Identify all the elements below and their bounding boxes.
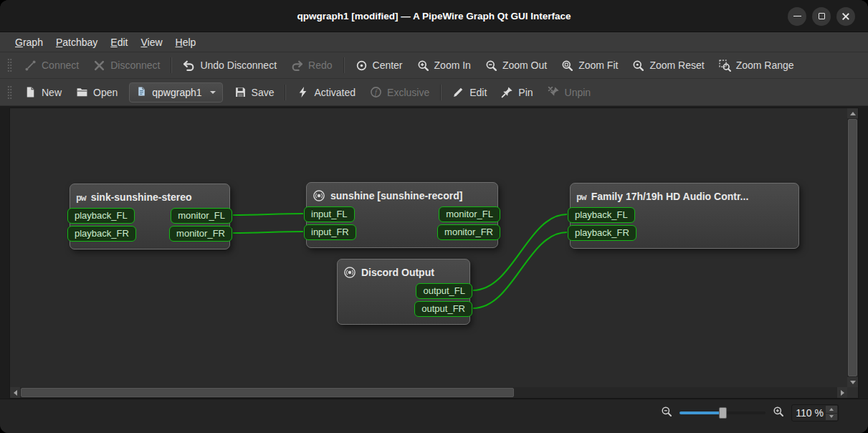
zoom-in-button[interactable]: Zoom In xyxy=(411,56,477,75)
new-file-icon xyxy=(24,86,37,98)
exclusive-button[interactable]: f Exclusive xyxy=(363,82,436,102)
connection-monitor-fr-input-fr[interactable] xyxy=(233,232,303,233)
open-button[interactable]: Open xyxy=(70,82,124,102)
minimize-button[interactable] xyxy=(788,7,806,26)
port-input[interactable]: playback_FR xyxy=(67,226,136,242)
port-input[interactable]: input_FR xyxy=(304,224,356,240)
port-output[interactable]: output_FL xyxy=(416,283,472,299)
zoom-fit-button[interactable]: Zoom Fit xyxy=(555,56,624,75)
connect-button[interactable]: Connect xyxy=(18,56,85,75)
toolbar-drag-handle[interactable] xyxy=(7,85,12,100)
zoom-slider[interactable] xyxy=(679,407,766,419)
undo-disconnect-button[interactable]: Undo Disconnect xyxy=(176,56,283,75)
undo-icon xyxy=(183,60,195,72)
vertical-scrollbar[interactable] xyxy=(847,108,858,387)
zoom-range-label: Zoom Range xyxy=(736,60,794,71)
port-row: playback_FL monitor_FL xyxy=(67,208,232,224)
unpin-label: Unpin xyxy=(565,87,591,98)
zoom-fit-label: Zoom Fit xyxy=(578,60,618,71)
node-discord-output[interactable]: Discord Output output_FL output_FR xyxy=(337,259,470,325)
port-output[interactable]: monitor_FR xyxy=(169,226,232,242)
vertical-scroll-thumb[interactable] xyxy=(848,119,857,376)
close-button[interactable] xyxy=(836,7,855,26)
new-button[interactable]: New xyxy=(18,82,68,102)
menubar: Graph Patchbay Edit View Help xyxy=(0,32,868,52)
toolbar-drag-handle[interactable] xyxy=(7,58,12,72)
redo-button[interactable]: Redo xyxy=(285,56,338,75)
port-input[interactable]: playback_FL xyxy=(67,208,135,224)
toolbar-separator xyxy=(440,85,442,100)
maximize-icon xyxy=(819,13,825,19)
node-family-hd-audio[interactable]: pw Family 17h/19h HD Audio Contr... play… xyxy=(570,183,799,249)
menu-patchbay[interactable]: Patchbay xyxy=(49,34,104,50)
horizontal-scroll-thumb[interactable] xyxy=(21,388,514,397)
exclusive-icon: f xyxy=(370,86,382,98)
menu-edit[interactable]: Edit xyxy=(104,34,134,50)
arrow-right-icon xyxy=(841,390,844,396)
pin-button[interactable]: Pin xyxy=(495,82,539,102)
connection-monitor-fl-input-fl[interactable] xyxy=(233,214,303,215)
port-row: input_FL monitor_FL xyxy=(304,206,500,222)
port-input[interactable]: playback_FR xyxy=(568,225,636,241)
zoom-in-icon[interactable] xyxy=(773,406,784,420)
scroll-right-button[interactable] xyxy=(837,387,847,398)
node-sink-sunshine-stereo[interactable]: pw sink-sunshine-stereo playback_FL moni… xyxy=(70,184,230,249)
title-bar[interactable]: qpwgraph1 [modified] — A PipeWire Graph … xyxy=(0,0,868,32)
zoom-out-icon[interactable] xyxy=(661,406,672,420)
zoom-value[interactable]: 110 % xyxy=(792,405,824,421)
port-input[interactable]: playback_FL xyxy=(568,207,635,223)
scroll-down-button[interactable] xyxy=(847,377,858,387)
lightning-icon xyxy=(297,86,309,98)
port-output[interactable]: monitor_FR xyxy=(437,224,500,240)
patchbay-file-icon xyxy=(136,86,147,99)
zoom-range-button[interactable]: Zoom Range xyxy=(712,56,801,75)
zoom-fit-icon xyxy=(561,60,573,72)
redo-icon xyxy=(291,60,303,72)
zoom-spinbox[interactable]: 110 % xyxy=(791,404,839,422)
scroll-up-button[interactable] xyxy=(847,108,858,118)
port-output[interactable]: monitor_FL xyxy=(439,206,500,222)
unpin-button[interactable]: Unpin xyxy=(541,82,598,102)
port-input[interactable]: input_FL xyxy=(304,206,355,222)
menu-help[interactable]: Help xyxy=(169,34,203,50)
patchbay-selector-value: qpwgraph1 xyxy=(152,87,201,98)
graph-canvas[interactable]: pw sink-sunshine-stereo playback_FL moni… xyxy=(10,108,847,387)
patchbay-selector[interactable]: qpwgraph1 xyxy=(129,82,222,103)
horizontal-scrollbar[interactable] xyxy=(10,387,847,398)
scroll-left-button[interactable] xyxy=(10,387,20,398)
toolbar-separator xyxy=(285,85,286,100)
undo-label: Undo Disconnect xyxy=(200,60,277,71)
record-icon xyxy=(343,266,356,279)
node-header: pw sink-sunshine-stereo xyxy=(75,189,225,206)
maximize-button[interactable] xyxy=(812,7,831,26)
node-sunshine-record[interactable]: sunshine [sunshine-record] input_FL moni… xyxy=(306,182,498,248)
menu-graph[interactable]: Graph xyxy=(9,34,49,50)
arrow-down-icon xyxy=(850,381,856,384)
spin-down-button[interactable] xyxy=(826,413,837,421)
record-icon xyxy=(313,189,325,202)
edit-button[interactable]: Edit xyxy=(446,82,493,102)
graph-toolbar: Connect Disconnect Undo Disconnect Redo … xyxy=(0,52,868,79)
save-button[interactable]: Save xyxy=(228,82,281,102)
main-area: pw sink-sunshine-stereo playback_FL moni… xyxy=(0,106,868,399)
port-row: input_FR monitor_FR xyxy=(304,224,500,240)
zoom-reset-button[interactable]: Zoom Reset xyxy=(626,56,710,75)
center-label: Center xyxy=(373,60,403,71)
arrow-up-icon xyxy=(829,408,834,411)
pin-icon xyxy=(501,86,513,98)
node-title: sunshine [sunshine-record] xyxy=(330,190,462,201)
port-output[interactable]: monitor_FL xyxy=(171,208,232,224)
disconnect-button[interactable]: Disconnect xyxy=(87,56,166,75)
zoom-slider-handle[interactable] xyxy=(719,407,727,419)
disconnect-label: Disconnect xyxy=(110,60,160,71)
toolbar-separator xyxy=(343,57,345,73)
center-button[interactable]: Center xyxy=(349,56,409,75)
zoom-range-icon xyxy=(719,60,731,72)
redo-label: Redo xyxy=(308,60,332,71)
spin-up-button[interactable] xyxy=(826,406,837,413)
menu-view[interactable]: View xyxy=(134,34,168,50)
port-output[interactable]: output_FR xyxy=(414,301,472,317)
zoom-out-button[interactable]: Zoom Out xyxy=(479,56,553,75)
new-label: New xyxy=(42,87,62,98)
activated-button[interactable]: Activated xyxy=(290,82,362,102)
